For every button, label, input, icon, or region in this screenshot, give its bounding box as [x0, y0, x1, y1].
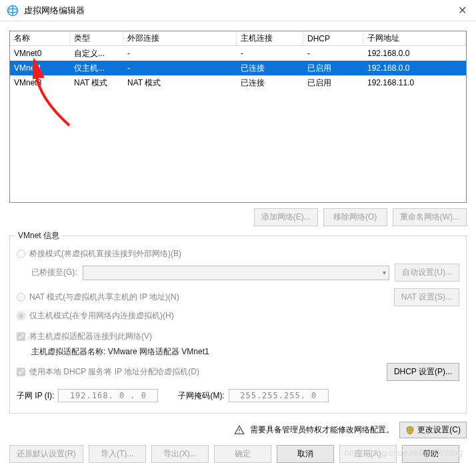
help-button[interactable]: 帮助	[402, 445, 459, 463]
dhcp-settings-button[interactable]: DHCP 设置(P)...	[387, 363, 459, 381]
export-button: 导出(X)...	[151, 445, 209, 463]
cell-dhcp: -	[303, 47, 363, 59]
bridged-radio	[17, 250, 25, 258]
shield-icon	[405, 426, 415, 435]
cell-ext: -	[123, 62, 237, 74]
table-row[interactable]: VMnet0自定义...---192.168.0.0	[10, 46, 466, 61]
connect-host-label: 将主机虚拟适配器连接到此网络(V)	[29, 331, 152, 342]
rename-network-button: 重命名网络(W)...	[393, 208, 467, 226]
cell-name: VMnet1	[10, 62, 70, 74]
nat-label: NAT 模式(与虚拟机共享主机的 IP 地址)(N)	[29, 292, 179, 303]
cell-subnet: 192.168.0.0	[363, 62, 466, 74]
col-host[interactable]: 主机连接	[237, 31, 303, 45]
ok-button: 确定	[214, 445, 271, 463]
remove-network-button: 移除网络(O)	[323, 208, 387, 226]
cell-dhcp: 已启用	[303, 61, 363, 75]
col-name[interactable]: 名称	[10, 31, 70, 45]
cell-host: 已连接	[237, 61, 303, 75]
adapter-name-text: 主机虚拟适配器名称: VMware 网络适配器 VMnet1	[31, 346, 459, 358]
connect-host-checkbox	[17, 332, 25, 341]
change-settings-button[interactable]: 更改设置(C)	[399, 422, 467, 438]
restore-defaults-button: 还原默认设置(R)	[9, 445, 83, 463]
cell-type: 仅主机...	[70, 61, 123, 75]
chevron-down-icon: ▾	[383, 269, 386, 276]
table-header: 名称 类型 外部连接 主机连接 DHCP 子网地址	[10, 31, 466, 46]
table-row[interactable]: VMnet8NAT 模式NAT 模式已连接已启用192.168.11.0	[10, 75, 466, 90]
vmnet-info-legend: VMnet 信息	[15, 230, 62, 242]
warning-icon	[234, 425, 245, 436]
cell-type: 自定义...	[70, 47, 123, 61]
subnet-mask-label: 子网掩码(M):	[178, 390, 224, 402]
cell-type: NAT 模式	[70, 76, 123, 90]
subnet-ip-field: 192.168. 0 . 0	[58, 389, 158, 402]
cell-ext: NAT 模式	[123, 76, 237, 90]
cell-name: VMnet8	[10, 77, 70, 89]
nat-settings-button: NAT 设置(S)...	[394, 288, 459, 306]
auto-settings-button: 自动设置(U)...	[395, 264, 459, 282]
close-icon[interactable]: ✕	[455, 4, 469, 17]
apply-button: 应用(A)	[339, 445, 397, 463]
cell-host: -	[237, 47, 303, 59]
use-dhcp-label: 使用本地 DHCP 服务将 IP 地址分配给虚拟机(D)	[29, 366, 199, 378]
use-dhcp-checkbox	[17, 368, 25, 376]
nat-radio	[17, 293, 25, 302]
cell-ext: -	[123, 47, 237, 59]
add-network-button: 添加网络(E)...	[254, 208, 318, 226]
subnet-ip-label: 子网 IP (I):	[17, 390, 54, 402]
bridged-label: 桥接模式(将虚拟机直接连接到外部网络)(B)	[29, 248, 181, 260]
col-subnet[interactable]: 子网地址	[363, 31, 466, 45]
cell-host: 已连接	[237, 76, 303, 90]
col-type[interactable]: 类型	[70, 31, 123, 45]
cell-subnet: 192.168.11.0	[363, 77, 466, 89]
network-table[interactable]: 名称 类型 外部连接 主机连接 DHCP 子网地址 VMnet0自定义...--…	[9, 31, 467, 203]
hostonly-radio	[17, 312, 25, 320]
col-dhcp[interactable]: DHCP	[303, 33, 363, 45]
col-external[interactable]: 外部连接	[123, 31, 237, 45]
cell-name: VMnet0	[10, 47, 70, 59]
hostonly-label: 仅主机模式(在专用网络内连接虚拟机)(H)	[29, 310, 174, 322]
cell-subnet: 192.168.0.0	[363, 47, 466, 59]
window-title: 虚拟网络编辑器	[24, 5, 455, 17]
vmnet-info-group: VMnet 信息 桥接模式(将虚拟机直接连接到外部网络)(B) 已桥接至(G):…	[9, 236, 467, 414]
cancel-button[interactable]: 取消	[277, 445, 334, 463]
import-button: 导入(T)...	[89, 445, 146, 463]
bridged-to-label: 已桥接至(G):	[31, 267, 77, 278]
title-bar: 虚拟网络编辑器 ✕	[0, 0, 476, 21]
app-icon	[7, 5, 19, 17]
change-settings-label: 更改设置(C)	[417, 424, 461, 436]
bridged-to-dropdown: ▾	[83, 266, 390, 280]
svg-point-4	[239, 432, 240, 432]
subnet-mask-field: 255.255.255. 0	[229, 389, 329, 402]
cell-dhcp: 已启用	[303, 76, 363, 90]
table-row[interactable]: VMnet1仅主机...-已连接已启用192.168.0.0	[10, 61, 466, 75]
warning-text: 需要具备管理员特权才能修改网络配置。	[250, 424, 394, 436]
